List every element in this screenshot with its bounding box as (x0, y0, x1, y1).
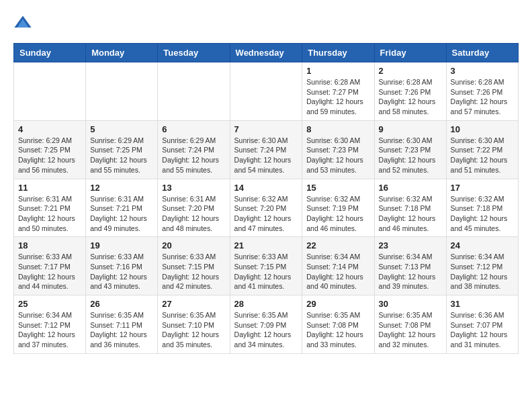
calendar-cell: 13Sunrise: 6:31 AM Sunset: 7:20 PM Dayli… (158, 179, 230, 237)
calendar-cell (86, 62, 158, 121)
calendar-cell: 30Sunrise: 6:35 AM Sunset: 7:08 PM Dayli… (374, 295, 446, 354)
day-number: 6 (162, 124, 225, 134)
day-number: 9 (379, 124, 442, 134)
calendar-cell: 23Sunrise: 6:34 AM Sunset: 7:13 PM Dayli… (374, 237, 446, 295)
week-row-4: 18Sunrise: 6:33 AM Sunset: 7:17 PM Dayli… (14, 237, 519, 295)
day-number: 15 (306, 183, 369, 193)
calendar-cell (230, 62, 302, 121)
day-number: 30 (379, 299, 442, 309)
calendar-cell (14, 62, 86, 121)
day-info: Sunrise: 6:34 AM Sunset: 7:12 PM Dayligh… (18, 310, 81, 350)
calendar-cell: 5Sunrise: 6:29 AM Sunset: 7:25 PM Daylig… (86, 120, 158, 179)
calendar-cell: 26Sunrise: 6:35 AM Sunset: 7:11 PM Dayli… (86, 295, 158, 354)
day-number: 1 (306, 66, 369, 76)
calendar-cell: 2Sunrise: 6:28 AM Sunset: 7:26 PM Daylig… (374, 62, 446, 121)
day-info: Sunrise: 6:35 AM Sunset: 7:08 PM Dayligh… (306, 310, 369, 350)
calendar-cell: 12Sunrise: 6:31 AM Sunset: 7:21 PM Dayli… (86, 179, 158, 237)
day-number: 2 (379, 66, 442, 76)
day-info: Sunrise: 6:35 AM Sunset: 7:11 PM Dayligh… (90, 310, 153, 350)
day-info: Sunrise: 6:32 AM Sunset: 7:19 PM Dayligh… (306, 194, 369, 234)
day-number: 22 (306, 240, 369, 250)
day-number: 11 (18, 183, 81, 193)
calendar-cell: 14Sunrise: 6:32 AM Sunset: 7:20 PM Dayli… (230, 179, 302, 237)
day-info: Sunrise: 6:33 AM Sunset: 7:17 PM Dayligh… (18, 252, 81, 291)
day-info: Sunrise: 6:32 AM Sunset: 7:18 PM Dayligh… (451, 194, 514, 234)
day-info: Sunrise: 6:29 AM Sunset: 7:25 PM Dayligh… (90, 136, 153, 175)
calendar-header: SundayMondayTuesdayWednesdayThursdayFrid… (14, 44, 519, 62)
day-info: Sunrise: 6:29 AM Sunset: 7:25 PM Dayligh… (18, 136, 81, 175)
day-number: 17 (451, 183, 514, 193)
day-number: 19 (90, 240, 153, 250)
day-info: Sunrise: 6:30 AM Sunset: 7:23 PM Dayligh… (379, 136, 442, 175)
day-number: 4 (18, 124, 81, 134)
header-day-friday: Friday (374, 44, 446, 62)
calendar-cell: 16Sunrise: 6:32 AM Sunset: 7:18 PM Dayli… (374, 179, 446, 237)
day-info: Sunrise: 6:34 AM Sunset: 7:12 PM Dayligh… (451, 252, 514, 291)
calendar-cell: 9Sunrise: 6:30 AM Sunset: 7:23 PM Daylig… (374, 120, 446, 179)
calendar-cell: 15Sunrise: 6:32 AM Sunset: 7:19 PM Dayli… (302, 179, 374, 237)
day-number: 16 (379, 183, 442, 193)
calendar-cell: 20Sunrise: 6:33 AM Sunset: 7:15 PM Dayli… (158, 237, 230, 295)
header-day-monday: Monday (86, 44, 158, 62)
calendar-cell: 3Sunrise: 6:28 AM Sunset: 7:26 PM Daylig… (446, 62, 518, 121)
day-number: 31 (451, 299, 514, 309)
week-row-5: 25Sunrise: 6:34 AM Sunset: 7:12 PM Dayli… (14, 295, 519, 354)
day-number: 20 (162, 240, 225, 250)
header-day-tuesday: Tuesday (158, 44, 230, 62)
day-info: Sunrise: 6:28 AM Sunset: 7:26 PM Dayligh… (379, 77, 442, 117)
day-number: 26 (90, 299, 153, 309)
calendar-cell: 21Sunrise: 6:33 AM Sunset: 7:15 PM Dayli… (230, 237, 302, 295)
calendar-cell: 18Sunrise: 6:33 AM Sunset: 7:17 PM Dayli… (14, 237, 86, 295)
logo-icon (13, 13, 32, 32)
day-info: Sunrise: 6:33 AM Sunset: 7:15 PM Dayligh… (234, 252, 298, 291)
day-info: Sunrise: 6:28 AM Sunset: 7:26 PM Dayligh… (451, 77, 514, 117)
calendar-cell: 10Sunrise: 6:30 AM Sunset: 7:22 PM Dayli… (446, 120, 518, 179)
header-day-sunday: Sunday (14, 44, 86, 62)
day-number: 18 (18, 240, 81, 250)
calendar-cell (158, 62, 230, 121)
day-number: 7 (234, 124, 298, 134)
day-number: 29 (306, 299, 369, 309)
calendar-cell: 7Sunrise: 6:30 AM Sunset: 7:24 PM Daylig… (230, 120, 302, 179)
week-row-3: 11Sunrise: 6:31 AM Sunset: 7:21 PM Dayli… (14, 179, 519, 237)
day-number: 10 (451, 124, 514, 134)
calendar-cell: 25Sunrise: 6:34 AM Sunset: 7:12 PM Dayli… (14, 295, 86, 354)
day-number: 27 (162, 299, 225, 309)
day-number: 23 (379, 240, 442, 250)
calendar-cell: 11Sunrise: 6:31 AM Sunset: 7:21 PM Dayli… (14, 179, 86, 237)
day-info: Sunrise: 6:31 AM Sunset: 7:21 PM Dayligh… (18, 194, 81, 234)
header-day-thursday: Thursday (302, 44, 374, 62)
calendar-cell: 6Sunrise: 6:29 AM Sunset: 7:24 PM Daylig… (158, 120, 230, 179)
calendar-cell: 31Sunrise: 6:36 AM Sunset: 7:07 PM Dayli… (446, 295, 518, 354)
day-info: Sunrise: 6:31 AM Sunset: 7:20 PM Dayligh… (162, 194, 225, 234)
header-row: SundayMondayTuesdayWednesdayThursdayFrid… (14, 44, 519, 62)
day-info: Sunrise: 6:30 AM Sunset: 7:22 PM Dayligh… (451, 136, 514, 175)
calendar-cell: 19Sunrise: 6:33 AM Sunset: 7:16 PM Dayli… (86, 237, 158, 295)
calendar-cell: 22Sunrise: 6:34 AM Sunset: 7:14 PM Dayli… (302, 237, 374, 295)
day-info: Sunrise: 6:31 AM Sunset: 7:21 PM Dayligh… (90, 194, 153, 234)
week-row-1: 1Sunrise: 6:28 AM Sunset: 7:27 PM Daylig… (14, 62, 519, 121)
day-info: Sunrise: 6:28 AM Sunset: 7:27 PM Dayligh… (306, 77, 369, 117)
day-info: Sunrise: 6:34 AM Sunset: 7:13 PM Dayligh… (379, 252, 442, 291)
day-info: Sunrise: 6:34 AM Sunset: 7:14 PM Dayligh… (306, 252, 369, 291)
day-info: Sunrise: 6:30 AM Sunset: 7:24 PM Dayligh… (234, 136, 298, 175)
logo (13, 13, 35, 32)
day-number: 8 (306, 124, 369, 134)
day-number: 13 (162, 183, 225, 193)
calendar-table: SundayMondayTuesdayWednesdayThursdayFrid… (13, 43, 519, 354)
calendar-cell: 24Sunrise: 6:34 AM Sunset: 7:12 PM Dayli… (446, 237, 518, 295)
day-info: Sunrise: 6:30 AM Sunset: 7:23 PM Dayligh… (306, 136, 369, 175)
calendar-cell: 29Sunrise: 6:35 AM Sunset: 7:08 PM Dayli… (302, 295, 374, 354)
header (13, 13, 519, 32)
calendar-cell: 28Sunrise: 6:35 AM Sunset: 7:09 PM Dayli… (230, 295, 302, 354)
day-info: Sunrise: 6:33 AM Sunset: 7:15 PM Dayligh… (162, 252, 225, 291)
week-row-2: 4Sunrise: 6:29 AM Sunset: 7:25 PM Daylig… (14, 120, 519, 179)
calendar-body: 1Sunrise: 6:28 AM Sunset: 7:27 PM Daylig… (14, 62, 519, 354)
calendar-cell: 4Sunrise: 6:29 AM Sunset: 7:25 PM Daylig… (14, 120, 86, 179)
calendar-cell: 8Sunrise: 6:30 AM Sunset: 7:23 PM Daylig… (302, 120, 374, 179)
day-info: Sunrise: 6:35 AM Sunset: 7:09 PM Dayligh… (234, 310, 298, 350)
day-info: Sunrise: 6:32 AM Sunset: 7:20 PM Dayligh… (234, 194, 298, 234)
day-number: 12 (90, 183, 153, 193)
day-info: Sunrise: 6:29 AM Sunset: 7:24 PM Dayligh… (162, 136, 225, 175)
day-info: Sunrise: 6:33 AM Sunset: 7:16 PM Dayligh… (90, 252, 153, 291)
